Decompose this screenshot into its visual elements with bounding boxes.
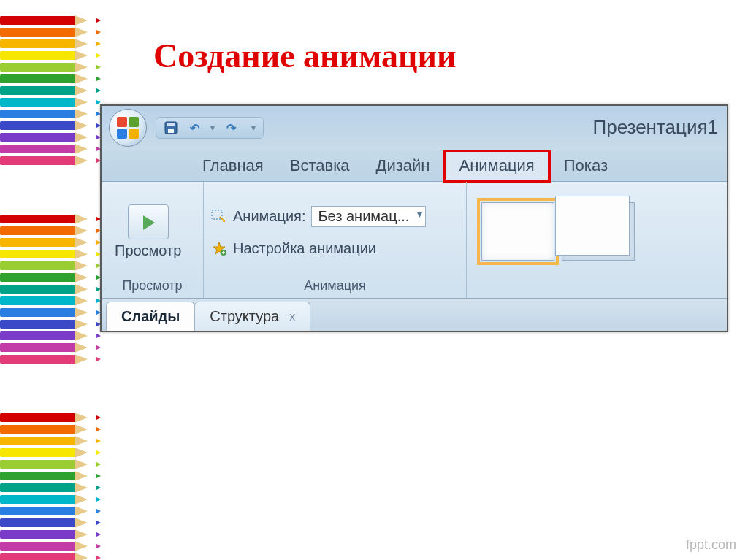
preview-button-label: Просмотр <box>115 242 181 259</box>
transition-none[interactable] <box>481 202 554 261</box>
transition-item[interactable] <box>562 202 635 261</box>
animation-dropdown-value: Без анимац... <box>318 208 409 224</box>
svg-rect-2 <box>168 129 174 133</box>
animation-selector-row: Анимация: Без анимац... <box>211 206 426 227</box>
ribbon-group-label-transitions <box>474 275 720 296</box>
animation-settings-icon <box>211 242 227 256</box>
animation-icon <box>211 210 227 224</box>
pane-tab-slides-label: Слайды <box>121 308 180 325</box>
ribbon-tabs: Главная Вставка Дизайн Анимация Показ <box>102 150 727 182</box>
tab-insert[interactable]: Вставка <box>277 152 363 180</box>
svg-rect-1 <box>167 123 175 126</box>
undo-icon[interactable]: ↶ <box>187 120 202 135</box>
close-icon[interactable]: x <box>289 310 295 323</box>
title-bar: ↶ ▾ ↷ ▾ Презентация1 <box>102 106 727 150</box>
animation-label: Анимация: <box>233 208 305 225</box>
ribbon-group-label-preview: Просмотр <box>109 275 196 296</box>
pane-tabs: Слайды Структура x <box>102 299 727 331</box>
tab-slideshow[interactable]: Показ <box>551 152 621 180</box>
pane-tab-outline-label: Структура <box>210 308 279 325</box>
ribbon-group-transitions <box>467 182 727 298</box>
animation-settings-button[interactable]: Настройка анимации <box>211 240 376 257</box>
document-title: Презентация1 <box>592 116 718 139</box>
slide-title: Создание анимации <box>153 37 733 75</box>
watermark: fppt.com <box>686 537 736 553</box>
preview-button[interactable]: Просмотр <box>109 200 187 264</box>
preview-icon <box>128 204 169 239</box>
tab-design[interactable]: Дизайн <box>363 152 443 180</box>
ribbon: Просмотр Просмотр Анимация: Без анимац..… <box>102 182 727 299</box>
office-logo-icon <box>117 117 139 139</box>
ribbon-group-preview: Просмотр Просмотр <box>102 182 204 298</box>
quick-access-toolbar: ↶ ▾ ↷ ▾ <box>156 117 264 139</box>
animation-dropdown[interactable]: Без анимац... <box>311 206 426 227</box>
powerpoint-screenshot: ↶ ▾ ↷ ▾ Презентация1 Главная Вставка Диз… <box>100 104 728 332</box>
redo-icon[interactable]: ↷ <box>224 120 238 135</box>
undo-dropdown-icon[interactable]: ▾ <box>210 123 215 133</box>
pane-tab-slides[interactable]: Слайды <box>106 302 195 331</box>
ribbon-group-animation: Анимация: Без анимац... Настройка анимац… <box>204 182 467 298</box>
animation-settings-label: Настройка анимации <box>233 240 376 257</box>
tab-home[interactable]: Главная <box>189 152 277 180</box>
ribbon-group-label-animation: Анимация <box>211 275 459 296</box>
tab-animation[interactable]: Анимация <box>443 149 550 183</box>
save-icon[interactable] <box>164 120 178 135</box>
qat-customize-icon[interactable]: ▾ <box>251 123 256 133</box>
office-button[interactable] <box>109 109 147 147</box>
slide-area: Создание анимации ↶ ▾ ↷ ▾ Презента <box>0 0 748 560</box>
pane-tab-outline[interactable]: Структура x <box>194 302 310 331</box>
